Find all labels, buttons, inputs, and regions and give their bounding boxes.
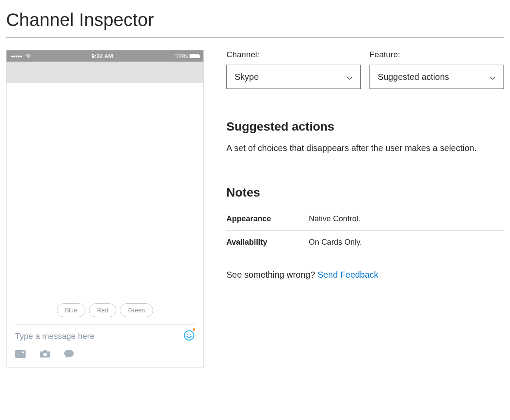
section-divider <box>226 110 504 110</box>
note-label: Appearance <box>226 214 309 223</box>
page-title: Channel Inspector <box>6 10 504 30</box>
send-feedback-link[interactable]: Send Feedback <box>317 270 378 279</box>
feature-selected-value: Suggested actions <box>378 72 449 82</box>
status-left: ●●●●● <box>11 53 31 59</box>
emoji-notification-dot <box>193 328 195 331</box>
chat-area: Blue Red Green <box>7 83 203 324</box>
suggested-action-chip[interactable]: Red <box>89 303 117 317</box>
suggested-action-chip[interactable]: Green <box>120 303 153 317</box>
note-row: Appearance Native Control. <box>226 207 504 231</box>
note-label: Availability <box>226 238 309 247</box>
gallery-icon[interactable] <box>15 349 26 360</box>
details-pane: Channel: Skype Feature: Suggested action… <box>226 50 504 280</box>
section-divider <box>226 176 504 176</box>
signal-dots-icon: ●●●●● <box>11 54 22 59</box>
feature-dropdown[interactable]: Suggested actions <box>369 65 504 89</box>
status-right: 100% <box>173 53 199 59</box>
chat-bubble-icon[interactable] <box>64 349 74 360</box>
status-time: 9:24 AM <box>92 53 113 59</box>
feature-label: Feature: <box>369 50 504 59</box>
channel-selected-value: Skype <box>235 72 259 82</box>
chevron-down-icon <box>490 72 496 82</box>
svg-point-3 <box>22 351 24 353</box>
suggested-actions-row: Blue Red Green <box>7 303 203 317</box>
note-row: Availability On Cards Only. <box>226 231 504 254</box>
wifi-icon <box>25 53 31 59</box>
channel-label: Channel: <box>226 50 361 59</box>
feature-dropdown-group: Feature: Suggested actions <box>369 50 504 89</box>
dropdown-row: Channel: Skype Feature: Suggested action… <box>226 50 504 89</box>
composer <box>7 325 203 345</box>
feedback-prompt: See something wrong? <box>226 270 317 279</box>
suggested-action-chip[interactable]: Blue <box>57 303 85 317</box>
phone-status-bar: ●●●●● 9:24 AM 100% <box>7 50 203 62</box>
phone-nav-header <box>7 62 203 83</box>
svg-point-0 <box>184 331 194 340</box>
notes-table: Appearance Native Control. Availability … <box>226 207 504 254</box>
feedback-line: See something wrong? Send Feedback <box>226 270 504 280</box>
emoji-picker-icon[interactable] <box>183 330 195 343</box>
battery-icon <box>190 54 199 58</box>
note-value: On Cards Only. <box>309 238 362 247</box>
composer-toolbar <box>7 345 203 367</box>
phone-preview: ●●●●● 9:24 AM 100% Blue Red Green <box>6 50 204 368</box>
channel-dropdown-group: Channel: Skype <box>226 50 361 89</box>
notes-heading: Notes <box>226 186 504 200</box>
feature-description: A set of choices that disappears after t… <box>226 141 504 155</box>
title-divider <box>6 37 504 38</box>
svg-point-4 <box>43 353 47 356</box>
feature-heading: Suggested actions <box>226 120 504 134</box>
svg-point-1 <box>187 334 188 335</box>
svg-point-2 <box>190 334 191 335</box>
note-value: Native Control. <box>309 214 360 223</box>
camera-icon[interactable] <box>39 349 51 360</box>
channel-dropdown[interactable]: Skype <box>226 65 361 89</box>
battery-percent: 100% <box>173 53 188 59</box>
chevron-down-icon <box>347 72 353 82</box>
message-input[interactable] <box>15 331 183 341</box>
